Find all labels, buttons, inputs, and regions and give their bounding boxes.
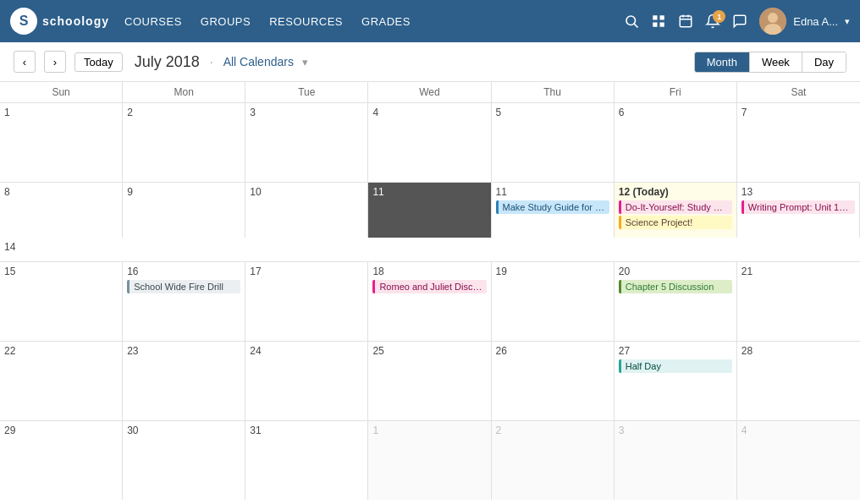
svg-rect-4 bbox=[653, 23, 657, 27]
day-cell-jul7: 7 bbox=[737, 103, 860, 182]
day-cell-jul1: 1 bbox=[0, 103, 123, 182]
day-cell-jul24: 24 bbox=[245, 342, 368, 420]
title-separator: · bbox=[210, 55, 213, 68]
day-cell-jul20: 20 Chapter 5 Discussion bbox=[615, 262, 737, 341]
prev-month-button[interactable]: ‹ bbox=[14, 51, 36, 73]
logo-circle: S bbox=[10, 8, 37, 35]
day-cell-jul23: 23 bbox=[123, 342, 245, 420]
event-romeo-juliet[interactable]: Romeo and Juliet Discussion 11:59 pm bbox=[372, 280, 486, 293]
day-cell-jul26: 26 bbox=[492, 342, 615, 420]
nav-resources[interactable]: RESOURCES bbox=[269, 12, 343, 31]
svg-rect-5 bbox=[660, 23, 664, 27]
svg-rect-3 bbox=[660, 15, 664, 19]
logo[interactable]: S schoology bbox=[10, 8, 109, 35]
user-chevron-icon: ▾ bbox=[845, 16, 850, 27]
nav-grades[interactable]: GRADES bbox=[361, 12, 411, 31]
day-cell-jul15: 15 bbox=[0, 262, 123, 341]
day-cell-jul27: 27 Half Day bbox=[615, 342, 737, 420]
svg-point-0 bbox=[626, 16, 636, 25]
day-cell-jul28: 28 bbox=[737, 342, 860, 420]
event-chapter5[interactable]: Chapter 5 Discussion bbox=[619, 280, 732, 293]
notifications-button[interactable]: 1 bbox=[705, 14, 720, 29]
notification-badge: 1 bbox=[713, 10, 725, 23]
header-sun: Sun bbox=[0, 82, 123, 102]
logo-text: schoology bbox=[42, 14, 109, 28]
svg-line-1 bbox=[635, 24, 638, 27]
day-cell-jul16: 16 School Wide Fire Drill bbox=[123, 262, 245, 341]
day-cell-jul10: 10 bbox=[245, 183, 368, 238]
day-cell-aug2: 2 bbox=[492, 421, 615, 500]
week-row-3: 15 16 School Wide Fire Drill 17 18 Romeo… bbox=[0, 262, 860, 342]
day-cell-jul3: 3 bbox=[245, 103, 368, 182]
header-tue: Tue bbox=[245, 82, 368, 102]
calendar-grid: Sun Mon Tue Wed Thu Fri Sat 1 2 3 4 5 6 … bbox=[0, 82, 860, 500]
view-switcher: Month Week Day bbox=[694, 52, 846, 73]
event-diy-study-guide[interactable]: Do-It-Yourself: Study Guide Edition 11:5… bbox=[619, 200, 732, 214]
user-avatar bbox=[759, 8, 786, 35]
svg-rect-6 bbox=[680, 16, 692, 27]
filter-chevron-icon: ▾ bbox=[302, 56, 308, 68]
calendar-title: July 2018 bbox=[135, 53, 200, 71]
calendar-filter[interactable]: All Calendars bbox=[223, 55, 294, 68]
week-row-2: 8 9 10 11 11 ▶ Personal Event bbox=[0, 183, 860, 262]
event-writing-prompt[interactable]: Writing Prompt: Unit 1 10:59 pm bbox=[741, 200, 855, 214]
nav-groups[interactable]: GROUPS bbox=[201, 12, 251, 31]
nav-links: COURSES GROUPS RESOURCES GRADES bbox=[124, 12, 609, 31]
week-view-button[interactable]: Week bbox=[750, 52, 802, 72]
nav-courses[interactable]: COURSES bbox=[124, 12, 182, 31]
event-make-study-guide[interactable]: Make Study Guide for English bbox=[496, 200, 609, 214]
day-cell-jul14: 14 bbox=[0, 238, 123, 262]
user-menu[interactable]: Edna A... ▾ bbox=[759, 8, 850, 35]
month-view-button[interactable]: Month bbox=[695, 52, 750, 72]
event-half-day[interactable]: Half Day bbox=[619, 359, 732, 373]
header-wed: Wed bbox=[368, 82, 491, 102]
week-row-1: 1 2 3 4 5 6 7 bbox=[0, 103, 860, 183]
search-button[interactable] bbox=[624, 14, 639, 29]
header-sat: Sat bbox=[737, 82, 860, 102]
day-cell-jul19: 19 bbox=[492, 262, 615, 341]
day-cell-jul30: 30 bbox=[123, 421, 245, 500]
day-cell-jul11b: 11 Make Study Guide for English bbox=[492, 183, 615, 238]
messages-button[interactable] bbox=[732, 14, 747, 29]
calendar-button[interactable] bbox=[678, 14, 693, 29]
day-cell-jul12: 12 (Today) Do-It-Yourself: Study Guide E… bbox=[615, 183, 737, 238]
today-button[interactable]: Today bbox=[74, 52, 123, 72]
day-cell-jul29: 29 bbox=[0, 421, 123, 500]
event-fire-drill[interactable]: School Wide Fire Drill bbox=[127, 280, 240, 293]
day-cell-jul22: 22 bbox=[0, 342, 123, 420]
event-science-project[interactable]: Science Project! bbox=[619, 216, 732, 229]
user-name-label: Edna A... bbox=[793, 15, 838, 28]
day-cell-jul5: 5 bbox=[492, 103, 615, 182]
day-cell-jul8: 8 bbox=[0, 183, 123, 238]
week-row-4: 22 23 24 25 26 27 Half Day 28 bbox=[0, 342, 860, 421]
day-cell-jul6: 6 bbox=[615, 103, 737, 182]
svg-point-11 bbox=[768, 13, 778, 23]
day-cell-aug3: 3 bbox=[615, 421, 737, 500]
next-month-button[interactable]: › bbox=[44, 51, 66, 73]
day-cell-jul11[interactable]: 11 11 ▶ Personal Event bbox=[368, 183, 491, 238]
day-cell-aug1: 1 bbox=[368, 421, 491, 500]
svg-rect-2 bbox=[653, 15, 657, 19]
weeks-container: 1 2 3 4 5 6 7 8 9 10 11 11 bbox=[0, 103, 860, 500]
day-cell-jul13: 13 Writing Prompt: Unit 1 10:59 pm bbox=[737, 183, 860, 238]
header-mon: Mon bbox=[123, 82, 245, 102]
day-cell-jul17: 17 bbox=[245, 262, 368, 341]
day-cell-jul4: 4 bbox=[368, 103, 491, 182]
header-fri: Fri bbox=[615, 82, 737, 102]
topnav-icons: 1 Edna A... ▾ bbox=[624, 8, 850, 35]
day-cell-jul18: 18 Romeo and Juliet Discussion 11:59 pm bbox=[368, 262, 491, 341]
top-navigation: S schoology COURSES GROUPS RESOURCES GRA… bbox=[0, 0, 860, 42]
day-view-button[interactable]: Day bbox=[802, 52, 846, 72]
day-cell-aug4: 4 bbox=[737, 421, 860, 500]
day-cell-jul2: 2 bbox=[123, 103, 245, 182]
day-cell-jul25: 25 bbox=[368, 342, 491, 420]
header-thu: Thu bbox=[492, 82, 615, 102]
calendar-toolbar: ‹ › Today July 2018 · All Calendars ▾ Mo… bbox=[0, 42, 860, 82]
apps-button[interactable] bbox=[651, 14, 666, 29]
week-row-5: 29 30 31 1 2 3 4 bbox=[0, 421, 860, 500]
day-cell-jul21: 21 bbox=[737, 262, 860, 341]
day-cell-jul9: 9 bbox=[123, 183, 245, 238]
day-cell-jul31: 31 bbox=[245, 421, 368, 500]
day-headers: Sun Mon Tue Wed Thu Fri Sat bbox=[0, 82, 860, 103]
